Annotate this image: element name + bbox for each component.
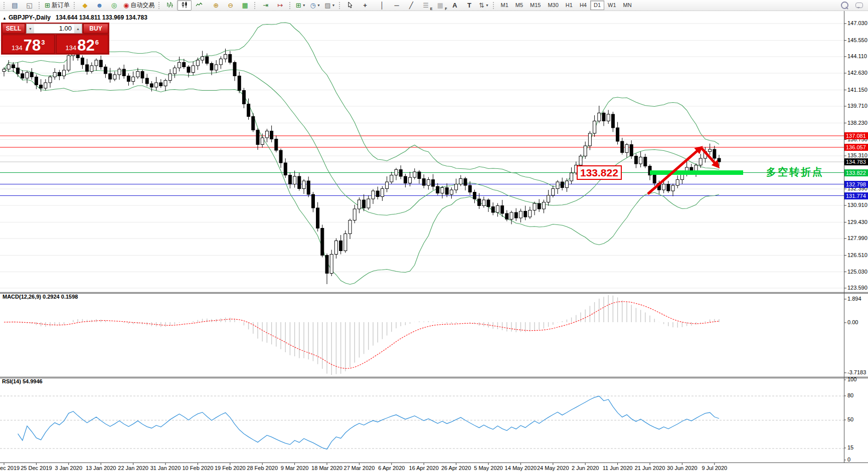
date-axis-label: 22 Jan 2020 bbox=[118, 465, 148, 471]
sell-button[interactable]: SELL bbox=[2, 24, 25, 34]
date-axis-label: 9 Jul 2020 bbox=[702, 465, 727, 471]
macd-label: MACD(12,26,9) 0.2924 0.1598 bbox=[3, 294, 78, 300]
price-axis-tick: 126.510 bbox=[847, 252, 867, 258]
rsi-axis-tick: 0 bbox=[847, 456, 850, 462]
one-click-trading-panel: SELL ▼ 1.00 ▲ BUY 134783 134826 bbox=[1, 23, 109, 55]
date-axis-label: 24 May 2020 bbox=[537, 465, 569, 471]
pane-separator bbox=[0, 293, 868, 294]
date-axis-label: 11 Jun 2020 bbox=[603, 465, 633, 471]
price-badge: 131.774 bbox=[844, 192, 868, 199]
bid-price-panel[interactable]: 134783 bbox=[2, 35, 55, 54]
date-axis-label: 18 Mar 2020 bbox=[311, 465, 342, 471]
ohlc-values: 134.644 134.811 133.969 134.783 bbox=[56, 14, 147, 21]
chart-marker-icon: ▲ bbox=[3, 16, 7, 21]
rsi-axis-tick: 80 bbox=[847, 392, 853, 398]
volume-value[interactable]: 1.00 bbox=[34, 24, 74, 33]
date-axis-label: 19 Feb 2020 bbox=[215, 465, 246, 471]
date-axis-label: 28 Feb 2020 bbox=[247, 465, 278, 471]
chart-canvas[interactable] bbox=[0, 0, 868, 472]
date-axis-label: 27 Mar 2020 bbox=[344, 465, 375, 471]
date-axis-label: 30 Jun 2020 bbox=[667, 465, 698, 471]
rsi-label: RSI(14) 54.9946 bbox=[2, 378, 43, 384]
price-axis-border bbox=[844, 11, 844, 462]
pane-separator[interactable] bbox=[0, 377, 868, 377]
date-axis-label: 10 Feb 2020 bbox=[183, 465, 214, 471]
date-axis-label: 9 Mar 2020 bbox=[281, 465, 309, 471]
price-axis-tick: 127.990 bbox=[847, 235, 867, 241]
macd-axis-tick: 1.894 bbox=[847, 296, 861, 302]
buy-button[interactable]: BUY bbox=[83, 24, 108, 34]
price-badge: 134.783 bbox=[844, 158, 868, 165]
bid-point: 3 bbox=[41, 39, 45, 46]
price-badge: 132.798 bbox=[844, 181, 868, 188]
volume-decrease-button[interactable]: ▼ bbox=[27, 24, 34, 33]
price-badge: 137.081 bbox=[844, 132, 868, 139]
date-axis-label: 26 Apr 2020 bbox=[441, 465, 471, 471]
volume-stepper: ▼ 1.00 ▲ bbox=[26, 24, 82, 34]
date-axis-label: 14 May 2020 bbox=[505, 465, 537, 471]
volume-increase-button[interactable]: ▲ bbox=[74, 24, 82, 33]
ask-price-panel[interactable]: 134826 bbox=[56, 35, 109, 54]
rsi-axis-tick: 50 bbox=[847, 416, 853, 422]
date-axis-label: 6 Apr 2020 bbox=[378, 465, 405, 471]
price-axis-tick: 144.110 bbox=[847, 53, 867, 59]
price-axis-tick: 142.630 bbox=[847, 70, 867, 76]
macd-axis-tick: 0.00 bbox=[847, 319, 858, 325]
price-axis-tick: 138.230 bbox=[847, 120, 867, 126]
ask-pips: 82 bbox=[77, 39, 94, 52]
price-axis-tick: 139.710 bbox=[847, 103, 867, 109]
price-axis-tick: 125.030 bbox=[847, 269, 867, 275]
symbol-period-label: GBPJPY-,Daily bbox=[9, 14, 51, 21]
date-axis-label: 25 Dec 2019 bbox=[21, 465, 52, 471]
date-axis-label: 5 May 2020 bbox=[474, 465, 502, 471]
price-callout-label[interactable]: 133.822 bbox=[577, 165, 622, 180]
date-axis-label: 2 Jun 2020 bbox=[572, 465, 599, 471]
date-axis-label: 3 Jan 2020 bbox=[55, 465, 82, 471]
bid-pips: 78 bbox=[24, 39, 41, 52]
turning-point-note[interactable]: 多空转折点 bbox=[766, 165, 824, 179]
chart-title: ▲GBPJPY-,Daily134.644 134.811 133.969 13… bbox=[3, 14, 147, 21]
date-axis-separator bbox=[0, 462, 868, 463]
rsi-axis-tick: 15 bbox=[847, 444, 853, 450]
ask-big-figure: 134 bbox=[66, 45, 77, 52]
bid-big-figure: 134 bbox=[12, 45, 23, 52]
price-axis-tick: 129.430 bbox=[847, 219, 867, 225]
price-axis-tick: 123.590 bbox=[847, 285, 867, 291]
date-axis-label: 16 Apr 2020 bbox=[409, 465, 439, 471]
date-axis-label: 13 Jan 2020 bbox=[86, 465, 116, 471]
price-axis-tick: 130.910 bbox=[847, 202, 867, 208]
date-axis-label: 21 Jun 2020 bbox=[635, 465, 665, 471]
price-axis-tick: 141.150 bbox=[847, 87, 867, 93]
trading-terminal: { "toolbar": { "items": [ {"t":"g"}, {"t… bbox=[0, 0, 868, 472]
price-badge: 136.057 bbox=[844, 144, 868, 151]
price-axis-tick: 145.550 bbox=[847, 37, 867, 43]
price-badge: 133.822 bbox=[844, 169, 868, 176]
date-axis-label: 31 Jan 2020 bbox=[150, 465, 181, 471]
ask-point: 6 bbox=[95, 39, 99, 46]
price-axis-tick: 135.310 bbox=[847, 152, 867, 158]
macd-axis-tick: -3.7183 bbox=[847, 369, 866, 375]
date-axis-label: 16 Dec 2019 bbox=[0, 465, 20, 471]
price-axis-tick: 147.030 bbox=[847, 20, 867, 26]
pane-separator[interactable] bbox=[0, 292, 868, 293]
pane-separator bbox=[0, 378, 868, 378]
rsi-axis-tick: 100 bbox=[847, 376, 856, 382]
